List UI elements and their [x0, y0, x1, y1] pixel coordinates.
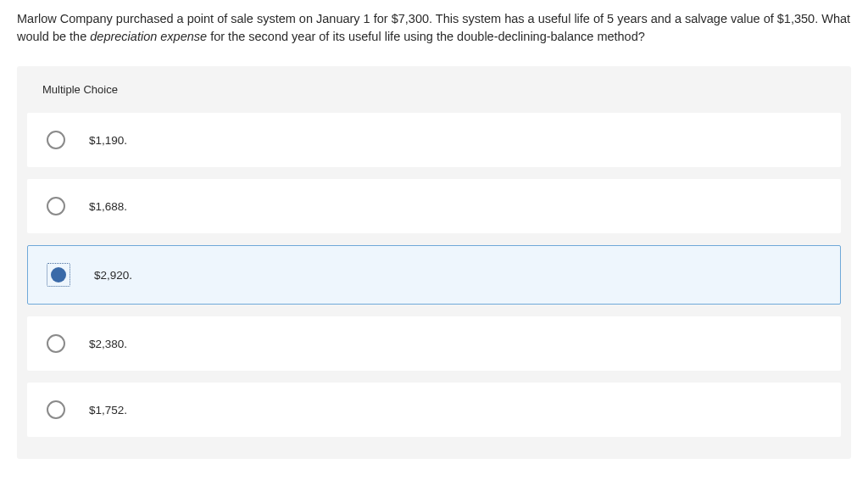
radio-icon[interactable]: [47, 131, 65, 149]
option-0[interactable]: $1,190.: [27, 113, 841, 167]
radio-icon[interactable]: [47, 334, 65, 353]
options-list: $1,190. $1,688. $2,920. $2,380. $1,752.: [17, 113, 851, 459]
radio-fill-icon: [51, 267, 66, 282]
question-text: Marlow Company purchased a point of sale…: [0, 0, 868, 66]
radio-icon[interactable]: [47, 197, 65, 215]
question-emphasis: depreciation expense: [90, 30, 207, 43]
option-label: $1,688.: [89, 200, 127, 213]
multiple-choice-header: Multiple Choice: [17, 66, 851, 113]
option-label: $2,920.: [94, 269, 132, 282]
option-2[interactable]: $2,920.: [27, 245, 841, 305]
question-suffix: for the second year of its useful life u…: [207, 30, 645, 43]
option-label: $2,380.: [89, 338, 127, 350]
radio-selected-icon[interactable]: [47, 263, 70, 287]
option-label: $1,190.: [89, 134, 127, 147]
quiz-panel: Multiple Choice $1,190. $1,688. $2,920. …: [17, 66, 851, 459]
option-1[interactable]: $1,688.: [27, 179, 841, 233]
radio-icon[interactable]: [47, 400, 65, 419]
option-label: $1,752.: [89, 404, 127, 417]
option-4[interactable]: $1,752.: [27, 383, 841, 437]
option-3[interactable]: $2,380.: [27, 316, 841, 371]
